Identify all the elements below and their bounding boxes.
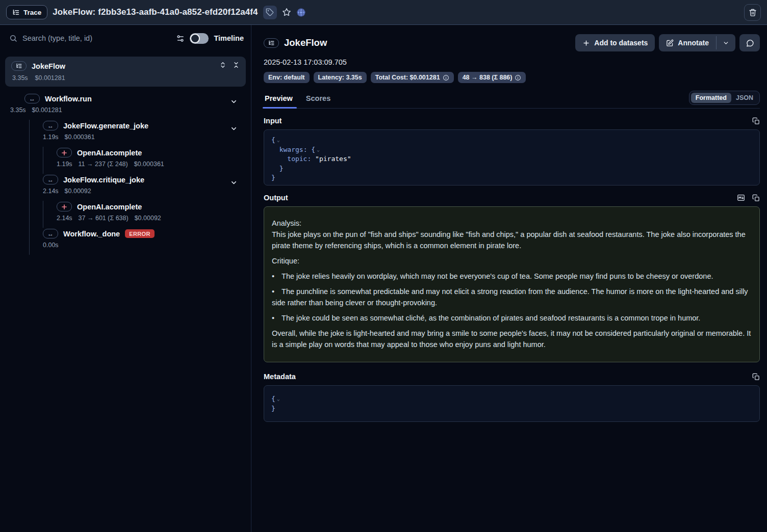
chevron-down-icon[interactable] [230, 179, 238, 189]
detail-tabs: Preview Scores Formatted JSON [264, 90, 760, 109]
trace-icon [264, 38, 279, 48]
output-section-header: Output [264, 194, 760, 202]
critique-bullet: •The joke could be seen as somewhat clic… [272, 312, 752, 324]
collapse-chevron[interactable]: ⌄ [275, 396, 280, 402]
tree-node-label: JokeFlow.generate_joke [63, 122, 148, 130]
chevron-down-icon [723, 40, 729, 46]
annotate-button[interactable]: Annotate [659, 34, 716, 51]
analysis-label: Analysis: [272, 219, 301, 227]
trace-icon [11, 61, 27, 71]
timeline-toggle-label: Timeline [214, 34, 244, 42]
tree-node-workflow-done[interactable]: ↔ Workflow._done ERROR 0.00s [30, 228, 246, 255]
add-to-datasets-label: Add to datasets [594, 39, 648, 47]
trace-type-badge: Trace [6, 5, 47, 19]
timeline-toggle[interactable] [190, 33, 209, 44]
critique-label: Critique: [272, 257, 299, 265]
tab-scores[interactable]: Scores [305, 90, 331, 108]
tag-icon [266, 8, 274, 16]
env-badge: Env: default [264, 72, 310, 83]
trace-tree: JokeFlow 3.35s $0.001281 [0, 51, 251, 255]
collapse-all-icon[interactable] [233, 61, 240, 71]
critique-bullet: •The joke relies heavily on wordplay, wh… [272, 271, 752, 282]
comments-button[interactable] [739, 34, 760, 51]
collapse-chevron[interactable]: ⌄ [275, 137, 280, 143]
tree-node-workflow-run[interactable]: ↔ Workflow.run 3.35s $0.001281 [5, 93, 246, 120]
tree-node-openai-acomplete-1[interactable]: OpenAI.acomplete 1.19s 11 → 237 (Σ 248) … [43, 147, 246, 174]
top-bar: Trace JokeFlow: f2bb3e13-aafb-41a0-a852-… [0, 0, 767, 25]
critique-bullet: •The punchline is somewhat predictable a… [272, 286, 752, 308]
delete-trace-button[interactable] [744, 4, 761, 21]
tree-node-label: Workflow._done [63, 230, 120, 238]
search-icon [9, 34, 17, 42]
metadata-heading: Metadata [264, 373, 296, 381]
copy-icon[interactable] [752, 194, 760, 202]
globe-icon [296, 8, 306, 17]
node-tokens: 37 → 601 (Σ 638) [79, 215, 129, 222]
tree-node-openai-acomplete-2[interactable]: OpenAI.acomplete 2.14s 37 → 601 (Σ 638) … [43, 201, 246, 228]
error-badge: ERROR [125, 229, 155, 238]
tree-node-label: OpenAI.acomplete [77, 149, 142, 157]
trash-icon [749, 8, 757, 17]
input-heading: Input [264, 117, 282, 125]
bullet-marker: • [272, 287, 282, 296]
chevron-down-icon[interactable] [230, 98, 238, 108]
info-icon [443, 74, 449, 81]
format-toggle: Formatted JSON [689, 91, 760, 105]
tree-node-jokeflow-root[interactable]: JokeFlow 3.35s $0.001281 [5, 57, 246, 87]
node-latency: 3.35s [12, 74, 28, 82]
plus-icon [582, 39, 590, 47]
markdown-toggle-icon[interactable] [737, 194, 745, 202]
chevron-down-icon[interactable] [230, 125, 238, 135]
tree-children-of-critique: OpenAI.acomplete 2.14s 37 → 601 (Σ 638) … [43, 201, 246, 228]
closing-text: Overall, while the joke is light-hearted… [272, 328, 752, 350]
search-input[interactable] [22, 34, 171, 42]
node-cost: $0.00092 [65, 188, 91, 195]
trace-badge-label: Trace [23, 9, 41, 16]
public-share-button[interactable] [296, 8, 306, 17]
total-cost-badge: Total Cost: $0.001281 [371, 72, 454, 83]
metadata-section-header: Metadata [264, 373, 760, 381]
list-tree-icon [12, 9, 20, 16]
generation-icon [57, 202, 72, 211]
copy-icon[interactable] [752, 373, 760, 381]
annotate-dropdown-button[interactable] [717, 34, 735, 51]
span-icon: ↔ [24, 94, 40, 103]
span-icon: ↔ [43, 229, 58, 238]
star-icon [282, 8, 291, 17]
filter-settings-icon[interactable] [176, 34, 185, 43]
input-json-viewer[interactable]: {⌄ kwargs: {⌄ topic: "pirates" } } [264, 129, 760, 185]
add-to-datasets-button[interactable]: Add to datasets [575, 34, 655, 51]
trace-tree-sidebar: Timeline JokeFlow [0, 25, 251, 532]
input-section-header: Input [264, 117, 760, 125]
node-cost: $0.000361 [134, 161, 164, 168]
collapse-chevron[interactable]: ⌄ [315, 147, 320, 152]
node-cost: $0.000361 [65, 134, 95, 141]
copy-icon[interactable] [752, 117, 760, 125]
info-icon [515, 74, 521, 81]
tree-node-critique-joke[interactable]: ↔ JokeFlow.critique_joke 2.14s $0.00092 [30, 174, 246, 201]
bullet-marker: • [272, 272, 282, 280]
node-cost: $0.001281 [35, 74, 65, 82]
node-latency: 2.14s [43, 188, 59, 195]
tab-preview[interactable]: Preview [264, 90, 294, 108]
format-toggle-formatted[interactable]: Formatted [691, 93, 731, 103]
page-title: JokeFlow: f2bb3e13-aafb-41a0-a852-efd20f… [53, 7, 258, 17]
tree-node-label: OpenAI.acomplete [77, 203, 142, 211]
node-latency: 1.19s [57, 161, 72, 168]
pencil-square-icon [666, 39, 674, 47]
star-button[interactable] [282, 8, 291, 17]
tree-node-label: JokeFlow [32, 62, 65, 70]
tree-node-generate-joke[interactable]: ↔ JokeFlow.generate_joke 1.19s $0.000361 [30, 120, 246, 147]
tags-button[interactable] [263, 6, 277, 19]
latency-badge: Latency: 3.35s [314, 72, 367, 83]
comment-bubble-icon [746, 39, 754, 47]
node-tokens: 11 → 237 (Σ 248) [79, 161, 128, 168]
node-latency: 1.19s [43, 134, 59, 141]
metadata-json-viewer[interactable]: {⌄ } [264, 385, 760, 422]
format-toggle-json[interactable]: JSON [731, 93, 758, 103]
trace-title: JokeFlow [284, 37, 327, 48]
trace-badges: Env: default Latency: 3.35s Total Cost: … [264, 72, 760, 83]
output-content: Analysis: This joke plays on the pun of … [264, 206, 760, 362]
expand-all-icon[interactable] [219, 61, 226, 71]
node-cost: $0.00092 [135, 215, 161, 222]
